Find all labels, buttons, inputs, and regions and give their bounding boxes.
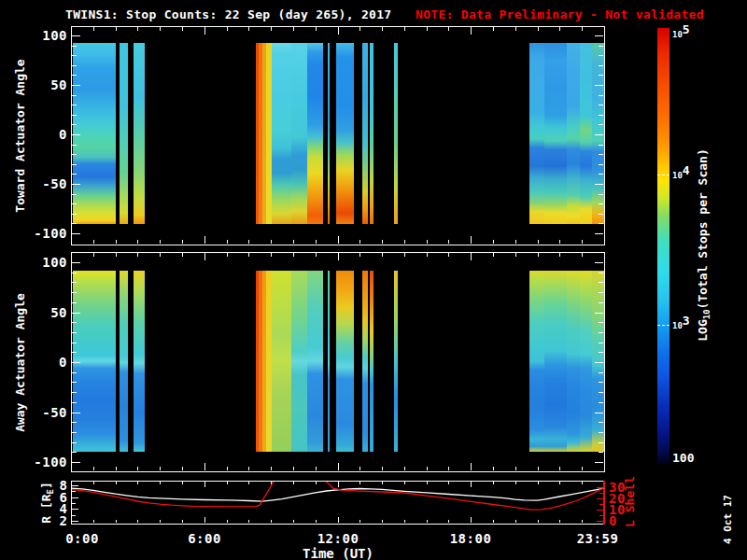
y-tick	[599, 154, 603, 155]
y-tick	[599, 452, 603, 453]
y-tick	[595, 362, 603, 363]
x-tick	[604, 236, 605, 244]
x-tick	[471, 236, 472, 244]
plot-note: NOTE: Data Preliminary - Not validated	[416, 7, 704, 21]
heatmap-column	[328, 43, 331, 224]
x-tick	[160, 240, 161, 244]
y-tick	[72, 402, 77, 403]
x-tick	[404, 253, 405, 257]
y-tick	[595, 462, 603, 463]
x-tick	[493, 240, 494, 244]
y-tick	[595, 413, 603, 413]
y-tick	[599, 402, 603, 403]
y-tick	[599, 174, 603, 175]
y-tick	[595, 85, 603, 86]
y-tick	[595, 262, 603, 263]
heatmap-column	[394, 43, 398, 224]
x-tick	[182, 467, 183, 470]
x-tick	[182, 27, 183, 31]
y-tick-label: -100	[26, 455, 67, 469]
y-tick	[72, 46, 77, 47]
y-tick	[599, 145, 603, 146]
x-tick	[427, 240, 428, 244]
x-tick	[604, 463, 605, 470]
y-tick	[72, 105, 77, 105]
y-tick	[599, 124, 603, 125]
x-tick	[338, 27, 339, 35]
y-tick	[599, 95, 603, 96]
x-tick	[71, 463, 72, 470]
colorbar-tick-exp: 5	[683, 22, 690, 36]
y-tick	[72, 124, 77, 125]
y-tick	[72, 313, 80, 314]
time-axis-title: Time (UT)	[282, 546, 394, 560]
y-tick	[72, 174, 77, 175]
x-tick	[359, 27, 360, 31]
x-tick	[204, 463, 205, 470]
x-tick	[316, 27, 317, 31]
y-tick	[72, 413, 80, 413]
colorbar-tick-label: 105	[672, 26, 710, 40]
y-tick	[72, 95, 77, 96]
y-tick	[72, 332, 77, 333]
y-tick	[72, 55, 77, 56]
heatmap-column	[272, 43, 290, 224]
y-tick	[599, 422, 603, 423]
y-tick	[72, 282, 77, 283]
heatmap-column	[544, 271, 567, 452]
x-tick	[316, 240, 317, 244]
x-tick	[582, 240, 583, 244]
colorbar-tick-base: 10	[672, 171, 683, 180]
plot-title: TWINS1: Stop Counts: 22 Sep (day 265), 2…	[65, 7, 391, 21]
colorbar-tick-base: 10	[672, 321, 683, 330]
y-tick	[599, 322, 603, 323]
y-tick	[72, 75, 77, 76]
y-tick	[599, 302, 603, 303]
y-tick	[72, 35, 80, 36]
x-tick	[382, 467, 383, 470]
x-tick	[93, 253, 94, 257]
y-tick	[72, 432, 77, 433]
away-axis-title: Away Actuator Angle	[13, 270, 27, 456]
x-tick	[227, 240, 228, 244]
heatmap-column	[120, 43, 128, 224]
y-tick	[599, 55, 603, 56]
heatmap-column	[567, 43, 580, 224]
x-tick	[271, 467, 272, 470]
x-tick	[471, 27, 472, 35]
x-tick	[137, 253, 138, 257]
x-tick-label: 18:00	[447, 531, 494, 546]
y-tick	[72, 352, 77, 353]
x-tick	[93, 240, 94, 244]
x-tick	[559, 467, 560, 470]
x-tick	[93, 467, 94, 470]
y-tick	[599, 352, 603, 353]
y-tick	[72, 154, 77, 155]
colorbar-tick-label: 104	[672, 167, 710, 181]
y-tick	[72, 362, 80, 363]
toward-axis-title: Toward Actuator Angle	[13, 43, 27, 230]
heatmap-toward	[72, 43, 604, 224]
colorbar-tick-base: 10	[672, 30, 683, 39]
y-tick-label: 100	[26, 28, 67, 43]
heatmap-column	[134, 271, 145, 452]
plot-page: TWINS1: Stop Counts: 22 Sep (day 265), 2…	[0, 0, 747, 560]
x-tick	[448, 253, 449, 257]
y-tick	[595, 233, 603, 234]
y-tick-label: -100	[26, 226, 67, 241]
x-tick	[559, 27, 560, 31]
x-tick	[427, 27, 428, 31]
y-tick-label: -50	[26, 176, 67, 191]
x-tick	[538, 253, 539, 257]
x-tick	[293, 240, 294, 244]
y-tick	[599, 203, 603, 204]
x-tick	[227, 467, 228, 470]
x-tick	[227, 27, 228, 31]
y-tick	[72, 462, 80, 463]
heatmap-column	[336, 271, 354, 452]
y-tick	[72, 194, 77, 195]
x-tick	[448, 27, 449, 31]
x-tick	[559, 240, 560, 244]
y-tick	[72, 214, 77, 215]
heatmap-column	[592, 43, 604, 224]
